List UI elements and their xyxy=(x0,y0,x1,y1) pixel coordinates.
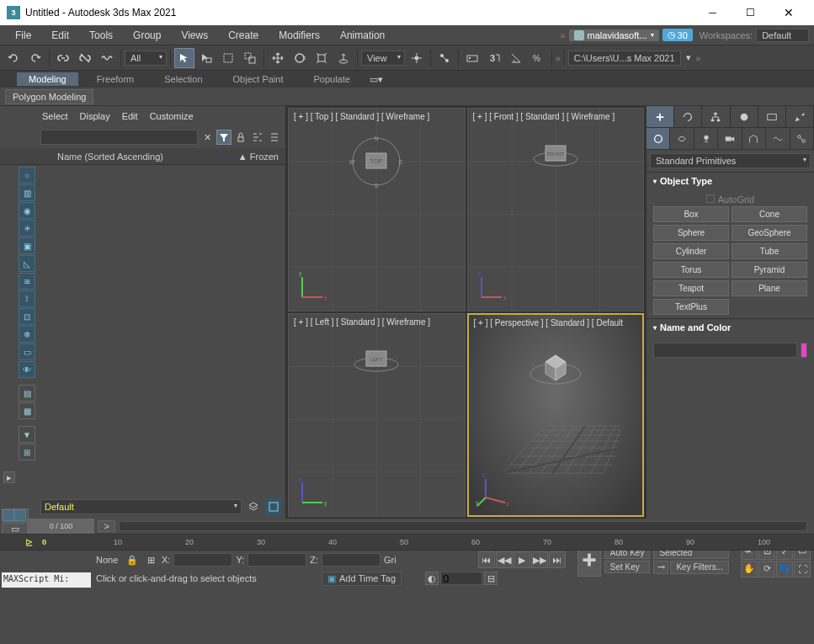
prev-frame-button[interactable]: ◀◀ xyxy=(496,551,513,568)
selection-filter-dropdown[interactable]: All xyxy=(125,51,167,66)
ribbon-tab-freeform[interactable]: Freeform xyxy=(85,72,146,86)
menu-file[interactable]: File xyxy=(5,27,41,44)
ribbon-tab-populate[interactable]: Populate xyxy=(301,72,361,86)
angle-snap-button[interactable] xyxy=(506,48,526,68)
filter-spacewarps-icon[interactable]: ≋ xyxy=(19,273,35,290)
ribbon-tab-selection[interactable]: Selection xyxy=(152,72,214,86)
autogrid-checkbox[interactable]: AutoGrid xyxy=(653,193,807,206)
layer-stack-button[interactable] xyxy=(245,498,262,515)
project-path-field[interactable]: C:\Users\U...s Max 2021 xyxy=(568,51,681,66)
lock-button[interactable] xyxy=(233,130,248,145)
se-menu-customize[interactable]: Customize xyxy=(150,111,194,121)
play-button[interactable]: ▶ xyxy=(513,551,530,568)
primitive-sphere[interactable]: Sphere xyxy=(653,225,729,241)
close-button[interactable]: ✕ xyxy=(769,1,807,24)
time-slider-track[interactable] xyxy=(119,521,807,531)
filter-all-icon[interactable]: ○ xyxy=(19,167,35,184)
minimize-button[interactable]: ─ xyxy=(694,1,732,24)
expand-strip-button[interactable]: ▸ xyxy=(3,471,15,483)
viewcube-perspective[interactable] xyxy=(522,338,589,397)
x-coord-input[interactable] xyxy=(173,553,232,567)
viewport-layout-quad[interactable] xyxy=(2,508,29,522)
maxscript-listener[interactable]: MAXScript Mi: xyxy=(2,572,91,588)
workspace-selector[interactable]: Default xyxy=(756,29,809,42)
viewport-left[interactable]: [ + ] [ Left ] [ Standard ] [ Wireframe … xyxy=(288,313,466,517)
rollout-head-objtype[interactable]: Object Type xyxy=(646,173,814,189)
select-scale-button[interactable] xyxy=(311,48,332,68)
se-menu-edit[interactable]: Edit xyxy=(122,111,138,121)
primitive-geosphere[interactable]: GeoSphere xyxy=(732,225,807,241)
ribbon-tab-objectpaint[interactable]: Object Paint xyxy=(221,72,295,86)
menu-create[interactable]: Create xyxy=(218,27,269,44)
current-frame-input[interactable] xyxy=(440,572,482,585)
redo-button[interactable] xyxy=(25,48,45,68)
manipulate-button[interactable] xyxy=(434,48,455,68)
cat-cameras[interactable] xyxy=(718,128,742,149)
filter-button[interactable] xyxy=(216,130,231,145)
menu-modifiers[interactable]: Modifiers xyxy=(269,27,330,44)
link-button[interactable] xyxy=(53,48,73,68)
scene-list-header[interactable]: Name (Sorted Ascending) ▲ Frozen xyxy=(0,148,285,165)
tab-display[interactable] xyxy=(758,106,786,127)
ribbon-collapse-button[interactable]: ▭▾ xyxy=(369,72,384,86)
user-badge[interactable]: malavidasoft... ▾ xyxy=(569,29,659,41)
goto-end-button[interactable]: ⏭ xyxy=(549,551,566,568)
select-place-button[interactable] xyxy=(333,48,354,68)
filter-geometry-icon[interactable]: ▥ xyxy=(19,184,35,201)
primitive-tube[interactable]: Tube xyxy=(732,243,807,259)
tab-hierarchy[interactable] xyxy=(702,106,730,127)
menu-tools[interactable]: Tools xyxy=(79,27,123,44)
filter-hidden-icon[interactable]: ▭ xyxy=(19,343,35,360)
filter-lights-icon[interactable]: ☀ xyxy=(19,220,35,237)
viewport-front-label[interactable]: [ + ] [ Front ] [ Standard ] [ Wireframe… xyxy=(473,112,615,121)
selection-set-button[interactable]: ⊞ xyxy=(143,552,158,567)
menu-group[interactable]: Group xyxy=(123,27,171,44)
add-time-tag-button[interactable]: ▣ Add Time Tag xyxy=(322,572,402,586)
cat-shapes[interactable] xyxy=(670,128,694,149)
primitive-category-dropdown[interactable]: Standard Primitives xyxy=(650,153,811,168)
unlink-button[interactable] xyxy=(75,48,95,68)
time-ruler[interactable]: ⊵ 0102030405060708090100 xyxy=(0,534,814,551)
time-slider-next[interactable]: > xyxy=(98,520,114,532)
window-crossing-button[interactable] xyxy=(240,48,260,68)
layer-set-dropdown[interactable]: Default xyxy=(40,499,242,514)
viewport-perspective-label[interactable]: [ + ] [ Perspective ] [ Standard ] [ Def… xyxy=(474,318,624,327)
filter-group2-icon[interactable]: ▦ xyxy=(19,402,35,419)
polygon-modeling-panel[interactable]: Polygon Modeling xyxy=(5,89,93,104)
scene-list[interactable] xyxy=(37,165,285,495)
filter-group1-icon[interactable]: ▤ xyxy=(19,385,35,402)
filter-bone-icon[interactable]: ⟟ xyxy=(19,290,35,307)
filter-cameras-icon[interactable]: ▣ xyxy=(19,237,35,254)
isolate-button[interactable]: ◐ xyxy=(425,572,439,585)
filter-expand-icon[interactable]: ▼ xyxy=(19,426,35,443)
cat-geometry[interactable] xyxy=(646,128,670,149)
bind-spacewarp-button[interactable] xyxy=(97,48,117,68)
next-frame-button[interactable]: ▶▶ xyxy=(531,551,548,568)
primitive-cone[interactable]: Cone xyxy=(732,206,807,222)
object-name-input[interactable] xyxy=(653,343,797,358)
select-rotate-button[interactable] xyxy=(290,48,310,68)
se-menu-select[interactable]: Select xyxy=(42,111,68,121)
cat-helpers[interactable] xyxy=(742,128,766,149)
percent-snap-button[interactable]: % xyxy=(528,48,548,68)
menu-animation[interactable]: Animation xyxy=(330,27,395,44)
display-children-button[interactable] xyxy=(250,130,265,145)
filter-helpers-icon[interactable]: ◺ xyxy=(19,255,35,272)
snap-button[interactable]: 3 xyxy=(484,48,504,68)
undo-button[interactable] xyxy=(3,48,24,68)
primitive-teapot[interactable]: Teapot xyxy=(653,280,729,296)
select-object-button[interactable] xyxy=(174,48,194,68)
cat-spacewarps[interactable] xyxy=(766,128,790,149)
time-config-button[interactable]: ⊟ xyxy=(484,572,497,585)
object-color-swatch[interactable] xyxy=(801,343,807,358)
viewcube-front[interactable]: FRONT xyxy=(526,132,585,174)
viewport-front[interactable]: [ + ] [ Front ] [ Standard ] [ Wireframe… xyxy=(467,108,645,311)
primitive-plane[interactable]: Plane xyxy=(732,280,807,296)
time-remaining-badge[interactable]: ◷ 30 xyxy=(662,29,693,41)
filter-shapes-icon[interactable]: ◉ xyxy=(19,202,35,219)
ribbon-tab-modeling[interactable]: Modeling xyxy=(17,72,78,86)
use-pivot-button[interactable] xyxy=(407,48,427,68)
rollout-head-namecolor[interactable]: Name and Color xyxy=(646,319,814,336)
goto-start-button[interactable]: ⏮ xyxy=(478,551,495,568)
scene-search-input[interactable] xyxy=(40,130,198,145)
